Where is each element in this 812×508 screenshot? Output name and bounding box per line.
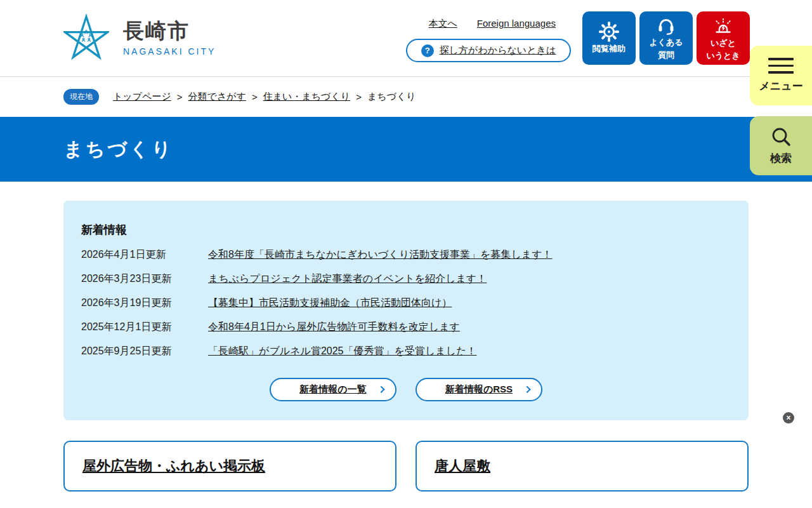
news-section: 新着情報 2026年4月1日更新 令和8年度「長崎市まちなかにぎわいづくり活動支… [63,201,749,420]
news-rss-button[interactable]: 新着情報のRSS [416,378,542,401]
chevron-right-icon [377,385,384,392]
news-row: 2026年4月1日更新 令和8年度「長崎市まちなかにぎわいづくり活動支援事業」を… [81,248,731,262]
breadcrumb-item-housing[interactable]: 住まい・まちづくり [263,91,350,103]
news-link[interactable]: まちぶらプロジェクト認定事業者のイベントを紹介します！ [208,272,487,286]
card-tojin-yashiki[interactable]: 唐人屋敷 [416,441,749,491]
main-content: 新着情報 2026年4月1日更新 令和8年度「長崎市まちなかにぎわいづくり活動支… [0,201,812,508]
news-date: 2026年4月1日更新 [81,248,208,262]
emergency-label-line1: いざと [710,38,736,49]
hamburger-icon [768,58,794,74]
news-link[interactable]: 【募集中】市民活動支援補助金（市民活動団体向け） [208,297,452,310]
news-row: 2025年12月1日更新 令和8年4月1日から屋外広告物許可手数料を改定します [81,321,731,334]
foreign-languages-link[interactable]: Foreign languages [477,18,556,30]
logo-subtitle: NAGASAKI CITY [123,46,216,57]
logo-title: 長崎市 [123,20,216,43]
news-link[interactable]: 令和8年4月1日から屋外広告物許可手数料を改定します [208,321,460,334]
skip-to-content-link[interactable]: 本文へ [428,18,457,30]
breadcrumb-separator: > [252,91,258,102]
siren-icon [713,16,733,36]
search-button[interactable]: 検索 [750,116,812,175]
site-header: 長崎市 NAGASAKI CITY 本文へ Foreign languages … [0,0,812,77]
news-row: 2026年3月23日更新 まちぶらプロジェクト認定事業者のイベントを紹介します！ [81,272,731,286]
news-title: 新着情報 [81,222,731,237]
news-link[interactable]: 「長崎駅」がブルネル賞2025「優秀賞」を受賞しました！ [208,345,476,358]
breadcrumb-item-current: まちづくり [367,91,416,103]
news-date: 2025年12月1日更新 [81,321,208,334]
card-outdoor-ads[interactable]: 屋外広告物・ふれあい掲示板 [63,441,396,491]
faq-label-line1: よくある [649,37,683,48]
search-help-label: 探し方がわからないときは [440,44,556,57]
emergency-button[interactable]: いざと いうとき [697,11,750,65]
current-location-badge: 現在地 [63,89,99,105]
header-utility-links: 本文へ Foreign languages [428,18,556,30]
topic-card-block: 唐人屋敷 2026年3月23日更新 [416,441,749,508]
news-link[interactable]: 令和8年度「長崎市まちなかにぎわいづくり活動支援事業」を募集します！ [208,248,553,262]
news-list-button[interactable]: 新着情報の一覧 [270,378,396,401]
accessibility-label-line1: 閲覧補助 [593,44,625,55]
header-quick-buttons: 閲覧補助 よくある 質問 [582,11,750,65]
news-row: 2026年3月19日更新 【募集中】市民活動支援補助金（市民活動団体向け） [81,297,731,310]
breadcrumb-item-category[interactable]: 分類でさがす [188,91,246,103]
topic-card-block: 屋外広告物・ふれあい掲示板 2026年4月1日更新 [63,441,396,508]
breadcrumb-separator: > [177,91,183,102]
menu-label: メニュー [759,79,802,93]
news-date: 2026年3月23日更新 [81,272,208,286]
breadcrumb-item-top[interactable]: トップページ [113,91,171,103]
search-help-button[interactable]: ? 探し方がわからないときは [406,39,571,62]
accessibility-button[interactable]: 閲覧補助 [582,11,636,65]
news-date: 2026年3月19日更新 [81,297,208,310]
page-title: まちづくり [63,137,174,163]
search-label: 検索 [770,151,792,166]
faq-label-line2: 質問 [658,50,674,61]
gear-icon [599,22,619,42]
page-title-banner: まちづくり [0,117,812,182]
headset-icon [656,17,676,36]
news-row: 2025年9月25日更新 「長崎駅」がブルネル賞2025「優秀賞」を受賞しました… [81,345,731,358]
site-logo[interactable]: 長崎市 NAGASAKI CITY [63,10,216,66]
nagasaki-star-icon [63,10,109,66]
news-date: 2025年9月25日更新 [81,345,208,358]
breadcrumb: 現在地 トップページ > 分類でさがす > 住まい・まちづくり > まちづくり [0,77,812,117]
page: 長崎市 NAGASAKI CITY 本文へ Foreign languages … [0,0,812,508]
emergency-label-line2: いうとき [706,51,740,62]
news-list: 2026年4月1日更新 令和8年度「長崎市まちなかにぎわいづくり活動支援事業」を… [81,248,731,358]
topic-cards: 屋外広告物・ふれあい掲示板 2026年4月1日更新 唐人屋敷 2026年3月23… [63,441,749,508]
question-icon: ? [421,44,434,57]
close-icon[interactable]: × [783,412,794,424]
magnifier-icon [769,126,792,149]
breadcrumb-separator: > [356,91,362,102]
faq-button[interactable]: よくある 質問 [639,11,693,65]
menu-button[interactable]: メニュー [750,46,812,105]
news-actions: 新着情報の一覧 新着情報のRSS [81,378,731,401]
chevron-right-icon [523,385,530,392]
